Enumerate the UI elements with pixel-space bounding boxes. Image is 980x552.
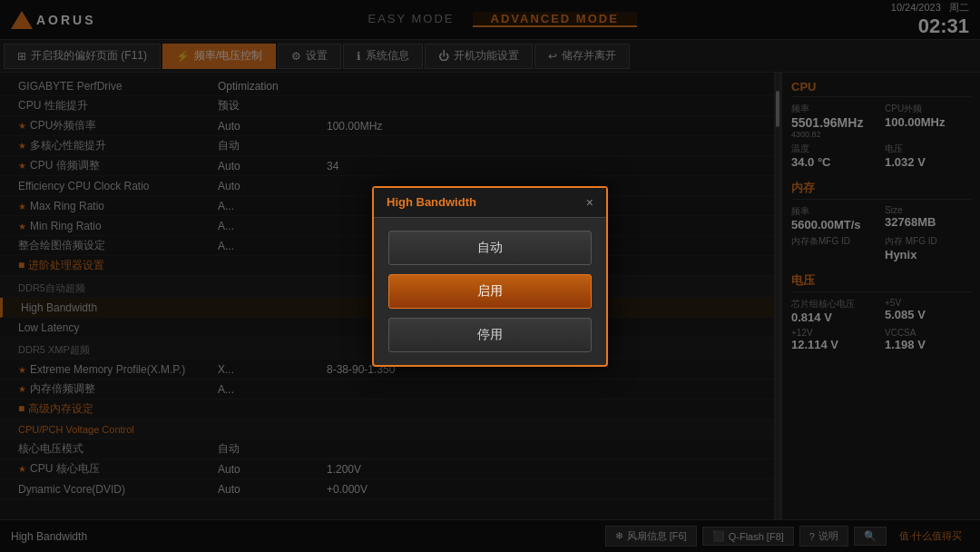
modal-header: High Bandwidth × [374, 188, 606, 218]
modal-close-button[interactable]: × [586, 195, 593, 210]
modal-title: High Bandwidth [387, 195, 476, 209]
modal-option-auto[interactable]: 自动 [388, 231, 592, 265]
modal-overlay[interactable]: High Bandwidth × 自动 启用 停用 [0, 0, 980, 552]
modal-body: 自动 启用 停用 [374, 218, 606, 365]
modal-option-enable[interactable]: 启用 [388, 274, 592, 309]
modal-option-disable[interactable]: 停用 [388, 318, 592, 352]
modal-high-bandwidth: High Bandwidth × 自动 启用 停用 [372, 186, 608, 367]
